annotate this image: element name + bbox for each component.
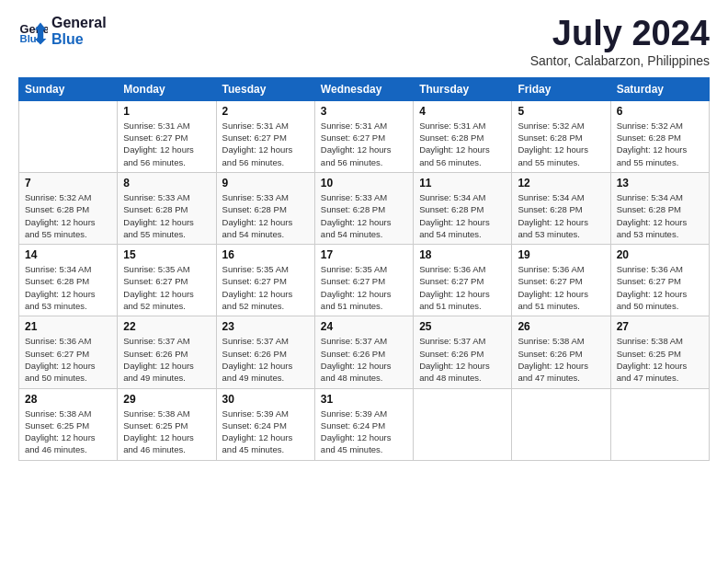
- calendar-subtitle: Santor, Calabarzon, Philippines: [530, 53, 710, 68]
- cell-w2-d2: 9Sunrise: 5:33 AM Sunset: 6:28 PM Daylig…: [216, 172, 314, 244]
- day-number: 21: [25, 320, 111, 333]
- cell-w1-d5: 5Sunrise: 5:32 AM Sunset: 6:28 PM Daylig…: [512, 100, 610, 172]
- col-thursday: Thursday: [414, 77, 512, 100]
- day-number: 17: [321, 248, 407, 261]
- day-info: Sunrise: 5:35 AM Sunset: 6:27 PM Dayligh…: [321, 263, 407, 312]
- day-number: 10: [321, 177, 407, 190]
- cell-w1-d4: 4Sunrise: 5:31 AM Sunset: 6:28 PM Daylig…: [414, 100, 512, 172]
- header-row: Sunday Monday Tuesday Wednesday Thursday…: [19, 77, 710, 100]
- cell-w5-d2: 30Sunrise: 5:39 AM Sunset: 6:24 PM Dayli…: [216, 388, 314, 460]
- header: General Blue General Blue July 2024 Sant…: [18, 15, 710, 68]
- day-info: Sunrise: 5:36 AM Sunset: 6:27 PM Dayligh…: [617, 263, 703, 312]
- title-section: July 2024 Santor, Calabarzon, Philippine…: [530, 15, 710, 68]
- day-number: 25: [419, 320, 506, 333]
- day-number: 9: [222, 177, 309, 190]
- day-info: Sunrise: 5:32 AM Sunset: 6:28 PM Dayligh…: [518, 120, 604, 168]
- day-info: Sunrise: 5:37 AM Sunset: 6:26 PM Dayligh…: [419, 335, 506, 384]
- cell-w2-d0: 7Sunrise: 5:32 AM Sunset: 6:28 PM Daylig…: [19, 172, 118, 244]
- cell-w1-d3: 3Sunrise: 5:31 AM Sunset: 6:27 PM Daylig…: [314, 100, 413, 172]
- day-number: 11: [419, 177, 506, 190]
- week-row-5: 28Sunrise: 5:38 AM Sunset: 6:25 PM Dayli…: [19, 388, 710, 460]
- cell-w4-d0: 21Sunrise: 5:36 AM Sunset: 6:27 PM Dayli…: [19, 316, 118, 388]
- cell-w3-d3: 17Sunrise: 5:35 AM Sunset: 6:27 PM Dayli…: [314, 245, 413, 316]
- day-info: Sunrise: 5:33 AM Sunset: 6:28 PM Dayligh…: [222, 191, 309, 240]
- col-tuesday: Tuesday: [216, 77, 314, 100]
- col-friday: Friday: [512, 77, 610, 100]
- day-number: 12: [518, 177, 604, 190]
- cell-w5-d3: 31Sunrise: 5:39 AM Sunset: 6:24 PM Dayli…: [314, 388, 413, 460]
- cell-w3-d2: 16Sunrise: 5:35 AM Sunset: 6:27 PM Dayli…: [216, 245, 314, 316]
- cell-w2-d6: 13Sunrise: 5:34 AM Sunset: 6:28 PM Dayli…: [610, 172, 709, 244]
- day-number: 31: [321, 393, 407, 406]
- cell-w3-d4: 18Sunrise: 5:36 AM Sunset: 6:27 PM Dayli…: [414, 245, 512, 316]
- day-info: Sunrise: 5:37 AM Sunset: 6:26 PM Dayligh…: [123, 335, 210, 384]
- cell-w5-d5: [512, 388, 610, 460]
- day-info: Sunrise: 5:36 AM Sunset: 6:27 PM Dayligh…: [419, 263, 506, 312]
- calendar-table: Sunday Monday Tuesday Wednesday Thursday…: [18, 77, 710, 461]
- day-number: 27: [617, 320, 703, 333]
- col-saturday: Saturday: [610, 77, 709, 100]
- cell-w4-d1: 22Sunrise: 5:37 AM Sunset: 6:26 PM Dayli…: [118, 316, 216, 388]
- day-info: Sunrise: 5:37 AM Sunset: 6:26 PM Dayligh…: [321, 335, 407, 384]
- day-info: Sunrise: 5:39 AM Sunset: 6:24 PM Dayligh…: [321, 408, 407, 456]
- day-number: 28: [25, 393, 111, 406]
- day-info: Sunrise: 5:34 AM Sunset: 6:28 PM Dayligh…: [419, 191, 506, 240]
- logo-line1: General: [51, 15, 107, 31]
- day-number: 23: [222, 320, 309, 333]
- day-number: 18: [419, 248, 506, 261]
- cell-w3-d5: 19Sunrise: 5:36 AM Sunset: 6:27 PM Dayli…: [512, 245, 610, 316]
- cell-w5-d1: 29Sunrise: 5:38 AM Sunset: 6:25 PM Dayli…: [118, 388, 216, 460]
- day-info: Sunrise: 5:33 AM Sunset: 6:28 PM Dayligh…: [123, 191, 210, 240]
- day-number: 5: [518, 105, 604, 118]
- day-info: Sunrise: 5:34 AM Sunset: 6:28 PM Dayligh…: [617, 191, 703, 240]
- cell-w1-d2: 2Sunrise: 5:31 AM Sunset: 6:27 PM Daylig…: [216, 100, 314, 172]
- cell-w5-d4: [414, 388, 512, 460]
- day-info: Sunrise: 5:34 AM Sunset: 6:28 PM Dayligh…: [25, 263, 111, 312]
- day-info: Sunrise: 5:35 AM Sunset: 6:27 PM Dayligh…: [222, 263, 309, 312]
- col-sunday: Sunday: [19, 77, 118, 100]
- week-row-1: 1Sunrise: 5:31 AM Sunset: 6:27 PM Daylig…: [19, 100, 710, 172]
- day-number: 15: [123, 248, 210, 261]
- day-info: Sunrise: 5:32 AM Sunset: 6:28 PM Dayligh…: [25, 191, 111, 240]
- day-info: Sunrise: 5:39 AM Sunset: 6:24 PM Dayligh…: [222, 408, 309, 456]
- cell-w1-d6: 6Sunrise: 5:32 AM Sunset: 6:28 PM Daylig…: [610, 100, 709, 172]
- calendar-title: July 2024: [530, 15, 710, 53]
- cell-w5-d0: 28Sunrise: 5:38 AM Sunset: 6:25 PM Dayli…: [19, 388, 118, 460]
- day-info: Sunrise: 5:34 AM Sunset: 6:28 PM Dayligh…: [518, 191, 604, 240]
- day-number: 2: [222, 105, 309, 118]
- day-number: 19: [518, 248, 604, 261]
- col-monday: Monday: [118, 77, 216, 100]
- day-info: Sunrise: 5:35 AM Sunset: 6:27 PM Dayligh…: [123, 263, 210, 312]
- cell-w4-d4: 25Sunrise: 5:37 AM Sunset: 6:26 PM Dayli…: [414, 316, 512, 388]
- day-number: 22: [123, 320, 210, 333]
- cell-w3-d1: 15Sunrise: 5:35 AM Sunset: 6:27 PM Dayli…: [118, 245, 216, 316]
- day-number: 3: [321, 105, 407, 118]
- logo: General Blue General Blue: [18, 15, 107, 47]
- day-number: 14: [25, 248, 111, 261]
- cell-w2-d3: 10Sunrise: 5:33 AM Sunset: 6:28 PM Dayli…: [314, 172, 413, 244]
- day-info: Sunrise: 5:38 AM Sunset: 6:25 PM Dayligh…: [617, 335, 703, 384]
- day-number: 30: [222, 393, 309, 406]
- day-info: Sunrise: 5:38 AM Sunset: 6:25 PM Dayligh…: [25, 408, 111, 456]
- main-container: General Blue General Blue July 2024 Sant…: [0, 0, 728, 470]
- day-info: Sunrise: 5:37 AM Sunset: 6:26 PM Dayligh…: [222, 335, 309, 384]
- logo-icon: General Blue: [18, 17, 48, 46]
- logo-line2: Blue: [51, 31, 107, 48]
- day-number: 1: [123, 105, 210, 118]
- day-number: 13: [617, 177, 703, 190]
- day-info: Sunrise: 5:33 AM Sunset: 6:28 PM Dayligh…: [321, 191, 407, 240]
- cell-w1-d0: [19, 100, 118, 172]
- day-number: 7: [25, 177, 111, 190]
- day-number: 20: [617, 248, 703, 261]
- day-number: 4: [419, 105, 506, 118]
- day-number: 6: [617, 105, 703, 118]
- day-number: 16: [222, 248, 309, 261]
- day-info: Sunrise: 5:32 AM Sunset: 6:28 PM Dayligh…: [617, 120, 703, 168]
- cell-w4-d5: 26Sunrise: 5:38 AM Sunset: 6:26 PM Dayli…: [512, 316, 610, 388]
- cell-w4-d3: 24Sunrise: 5:37 AM Sunset: 6:26 PM Dayli…: [314, 316, 413, 388]
- day-info: Sunrise: 5:31 AM Sunset: 6:28 PM Dayligh…: [419, 120, 506, 168]
- week-row-4: 21Sunrise: 5:36 AM Sunset: 6:27 PM Dayli…: [19, 316, 710, 388]
- cell-w2-d4: 11Sunrise: 5:34 AM Sunset: 6:28 PM Dayli…: [414, 172, 512, 244]
- col-wednesday: Wednesday: [314, 77, 413, 100]
- cell-w4-d2: 23Sunrise: 5:37 AM Sunset: 6:26 PM Dayli…: [216, 316, 314, 388]
